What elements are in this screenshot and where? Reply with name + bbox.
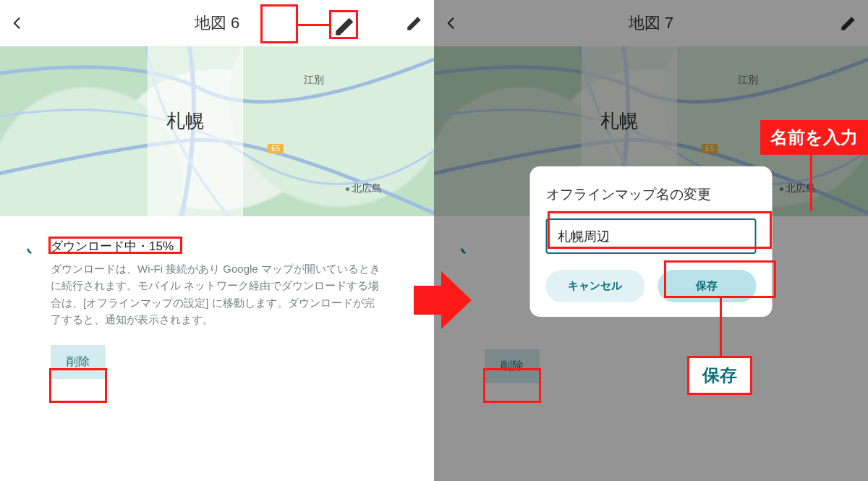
download-progress-text: ダウンロード中・15% (51, 238, 174, 255)
road-badge: E5 (268, 144, 284, 153)
page-title: 地図 6 (0, 12, 434, 34)
back-button[interactable] (10, 16, 25, 30)
screen-left: 地図 6 札幌 江別 北広島 E5 ダウンロード中・15% (0, 0, 434, 481)
screen-right: 地図 7 札幌 江別 北広島 E5 削除 (434, 0, 868, 481)
download-description: ダウンロードは、Wi-Fi 接続があり Google マップが開いているときに続… (51, 260, 383, 328)
save-button[interactable]: 保存 (658, 270, 757, 302)
map-label-ebetsu: 江別 (304, 74, 324, 87)
header-left: 地図 6 (0, 0, 434, 46)
download-status: ダウンロード中・15% ダウンロードは、Wi-Fi 接続があり Google マ… (0, 216, 434, 379)
edit-button[interactable] (405, 14, 424, 33)
map-preview: 札幌 江別 北広島 E5 (0, 46, 434, 216)
cancel-button[interactable]: キャンセル (546, 270, 645, 302)
spinner-icon (25, 240, 41, 256)
rename-dialog: オフラインマップ名の変更 キャンセル 保存 (530, 166, 773, 317)
dialog-title: オフラインマップ名の変更 (546, 185, 757, 204)
map-name-input[interactable] (546, 218, 757, 254)
map-city-label: 札幌 (166, 108, 204, 134)
delete-button[interactable]: 削除 (51, 345, 106, 379)
map-label-kitahiroshima: 北広島 (346, 182, 382, 195)
